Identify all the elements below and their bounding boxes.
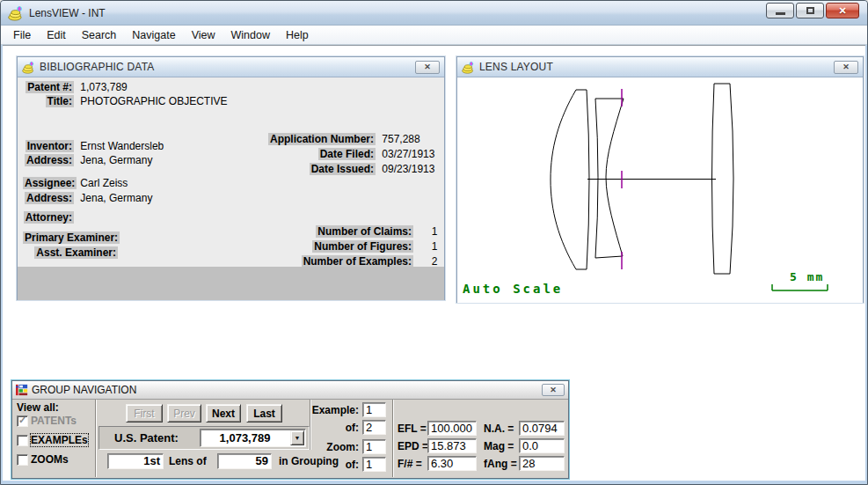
na-field[interactable]: 0.0794	[519, 421, 565, 436]
assignee-address-label: Address:	[25, 192, 74, 204]
efl-field[interactable]: 100.000	[427, 421, 477, 436]
attorney-label: Attorney:	[24, 211, 74, 224]
date-issued-row: Date Issued: 09/23/1913	[237, 163, 434, 176]
lens-layout-window: LENS LAYOUT	[456, 56, 864, 303]
patents-checkbox-label: PATENTs	[31, 415, 77, 427]
example-label: Example:	[311, 404, 359, 416]
group-navigation-close-button[interactable]	[542, 384, 565, 396]
lens-layout-close-button[interactable]	[834, 61, 858, 74]
dropdown-arrow-icon[interactable]	[290, 430, 304, 445]
assignee-address-row: Address: Jena, Germany	[23, 192, 152, 205]
asst-examiner-label: Asst. Examiner:	[34, 246, 118, 259]
first-button[interactable]: First	[126, 404, 163, 423]
lens-element-1	[551, 90, 589, 269]
lens-element-2	[595, 99, 624, 258]
us-patent-value: 1,073,789	[201, 430, 289, 446]
view-all-label: View all:	[17, 401, 59, 414]
lens-layout-content: Auto Scale 5 mm	[457, 77, 863, 303]
patents-checkbox[interactable]	[17, 415, 28, 427]
zoom-field[interactable]: 1	[362, 439, 386, 454]
inventor-address-row: Address: Jena, Germany	[23, 154, 152, 167]
main-window: LensVIEW - INT File Edit Search Navigate…	[0, 0, 868, 485]
us-patent-label: U.S. Patent:	[114, 431, 179, 445]
scale-bar-label: 5 mm	[790, 270, 824, 283]
prev-button[interactable]: Prev	[167, 404, 201, 423]
menu-file[interactable]: File	[5, 26, 39, 44]
date-filed-value: 03/27/1913	[382, 148, 434, 160]
figures-label: Number of Figures:	[312, 240, 413, 253]
example-total-field[interactable]: 2	[362, 420, 386, 435]
zoom-label: Zoom:	[311, 441, 359, 453]
zooms-checkbox[interactable]	[17, 454, 28, 466]
menu-search[interactable]: Search	[74, 26, 125, 44]
patent-number-label: Patent #:	[26, 81, 74, 93]
maximize-button[interactable]	[796, 3, 824, 18]
epd-field[interactable]: 15.873	[427, 438, 477, 453]
lens-of-label: Lens of	[169, 455, 207, 467]
main-titlebar[interactable]: LensVIEW - INT	[1, 1, 867, 26]
group-navigation-titlebar[interactable]: GROUP NAVIGATION	[12, 381, 568, 400]
menu-navigate[interactable]: Navigate	[124, 26, 183, 44]
minimize-button[interactable]	[766, 3, 794, 18]
examples-value: 2	[416, 255, 437, 268]
zoom-total-field[interactable]: 1	[362, 457, 386, 472]
date-filed-label: Date Filed:	[318, 148, 376, 160]
example-field[interactable]: 1	[362, 402, 386, 417]
mag-field[interactable]: 0.0	[519, 438, 565, 453]
fang-field[interactable]: 28	[519, 456, 565, 471]
window-frame: BIBLIOGRAPHIC DATA Patent #: 1,073,789 T…	[1, 45, 867, 485]
fnumber-label: F/# =	[398, 458, 422, 470]
inventor-label: Inventor:	[26, 140, 74, 152]
separator-right	[392, 400, 394, 477]
epd-label: EPD =	[398, 440, 428, 452]
patent-title-label: Title:	[46, 95, 74, 107]
examples-checkbox[interactable]	[17, 435, 28, 446]
zooms-checkbox-row[interactable]: ZOOMs	[17, 453, 69, 466]
us-patent-combobox[interactable]: 1,073,789	[200, 429, 306, 447]
na-label: N.A. =	[484, 423, 514, 435]
lens-layout-titlebar[interactable]: LENS LAYOUT	[457, 57, 863, 77]
close-button[interactable]	[826, 3, 859, 18]
group-navigation-title: GROUP NAVIGATION	[32, 384, 136, 396]
inventor-address-label: Address:	[25, 154, 74, 166]
patent-number-row: Patent #: 1,073,789	[23, 81, 128, 94]
application-number-value: 757,288	[382, 133, 419, 145]
menu-window[interactable]: Window	[223, 26, 278, 44]
primary-examiner-row: Primary Examiner:	[23, 231, 121, 245]
menu-help[interactable]: Help	[278, 26, 317, 44]
maximize-icon	[806, 7, 814, 14]
inventor-address-value: Jena, Germany	[80, 154, 152, 166]
assignee-value: Carl Zeiss	[80, 177, 128, 189]
window-title: LensVIEW - INT	[29, 7, 106, 19]
us-patent-panel: U.S. Patent: 1,073,789	[98, 426, 310, 450]
mag-label: Mag =	[484, 440, 514, 452]
examples-label: Number of Examples:	[302, 255, 413, 268]
date-issued-label: Date Issued:	[310, 163, 376, 175]
claims-label: Number of Claims:	[316, 225, 413, 238]
examples-checkbox-row[interactable]: EXAMPLEs	[17, 434, 88, 446]
zoom-of-label: of:	[311, 459, 359, 471]
lens-diagram	[457, 77, 863, 303]
bibliographic-titlebar[interactable]: BIBLIOGRAPHIC DATA	[18, 57, 444, 77]
bibliographic-window-icon	[22, 61, 35, 74]
example-of-label: of:	[311, 422, 359, 434]
window-controls	[766, 3, 859, 18]
lens-position-field[interactable]: 1st	[107, 453, 164, 469]
date-issued-value: 09/23/1913	[382, 163, 434, 175]
application-number-label: Application Number:	[268, 133, 376, 145]
lens-total-field[interactable]: 59	[217, 453, 272, 469]
assignee-row: Assignee: Carl Zeiss	[23, 177, 128, 190]
date-filed-row: Date Filed: 03/27/1913	[237, 148, 434, 161]
assignee-address-value: Jena, Germany	[80, 192, 152, 204]
view-all-panel: View all: PATENTs EXAMPLEs ZOOMs	[12, 400, 96, 477]
figures-row: Number of Figures: 1	[264, 240, 437, 254]
next-button[interactable]: Next	[206, 404, 241, 423]
fnumber-field[interactable]: 6.30	[427, 456, 477, 471]
last-button[interactable]: Last	[246, 404, 282, 423]
efl-label: EFL =	[398, 423, 427, 435]
menu-edit[interactable]: Edit	[39, 26, 74, 44]
bibliographic-footer-strip	[18, 267, 444, 300]
patents-checkbox-row[interactable]: PATENTs	[17, 415, 77, 427]
bibliographic-close-button[interactable]	[415, 61, 440, 74]
menu-view[interactable]: View	[184, 26, 223, 44]
